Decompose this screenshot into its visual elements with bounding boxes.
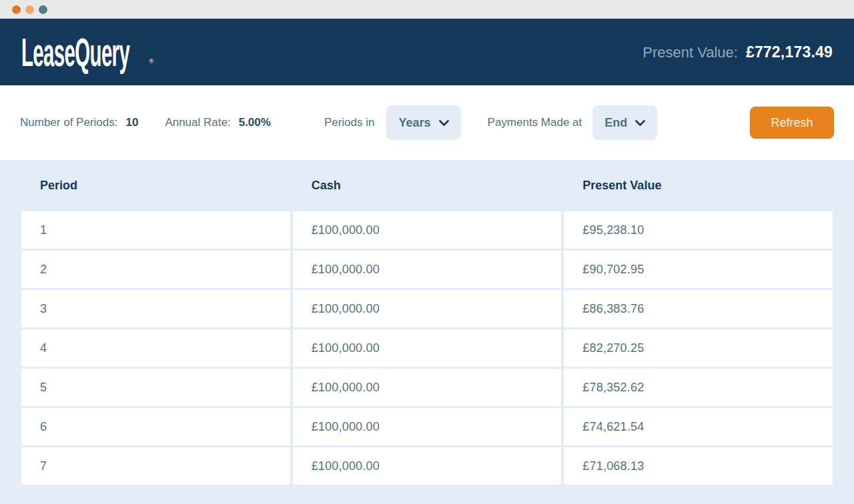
number-of-periods-group: Number of Periods: 10	[20, 116, 138, 129]
logo-wordmark: LeaseQuery	[21, 29, 129, 75]
payments-made-at-label: Payments Made at	[488, 116, 582, 129]
table-cell-cash: £100,000.00	[293, 251, 562, 288]
table-cell-present-value: £95,238.10	[564, 211, 833, 249]
annual-rate-value[interactable]: 5.00%	[239, 116, 271, 129]
table-cell-period: 1	[21, 211, 290, 249]
present-value-table: Period Cash Present Value 1 £100,000.00 …	[0, 160, 854, 485]
payments-made-at-selected-value: End	[604, 116, 627, 130]
table-cell-present-value: £74,621.54	[564, 408, 833, 445]
window-expand-button[interactable]	[39, 5, 47, 14]
number-of-periods-value[interactable]: 10	[125, 116, 138, 129]
periods-in-group: Periods in Years	[324, 105, 461, 140]
table-cell-period: 6	[21, 408, 290, 445]
payments-made-at-group: Payments Made at End	[488, 105, 658, 140]
table-cell-cash: £100,000.00	[293, 290, 562, 327]
table-cell-present-value: £71,068.13	[564, 447, 833, 485]
refresh-button[interactable]: Refresh	[750, 107, 834, 139]
periods-in-dropdown[interactable]: Years	[386, 105, 460, 140]
table-cell-cash: £100,000.00	[293, 369, 562, 406]
table-cell-present-value: £90,702.95	[564, 251, 833, 288]
chevron-down-icon	[439, 120, 449, 126]
present-value-summary: Present Value: £772,173.49	[643, 43, 833, 61]
table-cell-period: 5	[21, 369, 290, 406]
leasequery-logo: LeaseQuery ®	[21, 34, 153, 70]
table-cell-cash: £100,000.00	[293, 408, 562, 445]
table-cell-present-value: £82,270.25	[564, 329, 833, 367]
table-cell-present-value: £86,383.76	[564, 290, 833, 327]
window-minimize-button[interactable]	[25, 5, 34, 14]
number-of-periods-label: Number of Periods:	[20, 116, 117, 129]
table-cell-present-value: £78,352.62	[564, 369, 833, 406]
chevron-down-icon	[635, 120, 645, 126]
window-titlebar	[0, 0, 854, 19]
table-cell-period: 7	[21, 447, 290, 485]
column-header-cash: Cash	[293, 179, 562, 193]
column-header-period: Period	[21, 179, 290, 193]
periods-in-selected-value: Years	[398, 116, 430, 130]
window-close-button[interactable]	[12, 5, 21, 14]
table-cell-cash: £100,000.00	[293, 211, 562, 249]
present-value-label: Present Value:	[643, 44, 738, 61]
table-cell-period: 4	[21, 329, 290, 367]
annual-rate-label: Annual Rate:	[165, 116, 230, 129]
table-body: 1 £100,000.00 £95,238.10 2 £100,000.00 £…	[21, 211, 833, 485]
table-cell-cash: £100,000.00	[293, 447, 562, 485]
table-header-row: Period Cash Present Value	[21, 160, 833, 211]
table-cell-period: 3	[21, 290, 290, 327]
periods-in-label: Periods in	[324, 116, 375, 129]
app-header: LeaseQuery ® Present Value: £772,173.49	[0, 19, 854, 85]
column-header-present-value: Present Value	[564, 179, 833, 193]
present-value-amount: £772,173.49	[746, 43, 833, 61]
table-cell-period: 2	[21, 251, 290, 288]
table-cell-cash: £100,000.00	[293, 329, 562, 367]
registered-trademark-symbol: ®	[149, 58, 153, 65]
payments-made-at-dropdown[interactable]: End	[592, 105, 657, 140]
annual-rate-group: Annual Rate: 5.00%	[165, 116, 271, 129]
calculator-controls: Number of Periods: 10 Annual Rate: 5.00%…	[0, 85, 854, 160]
